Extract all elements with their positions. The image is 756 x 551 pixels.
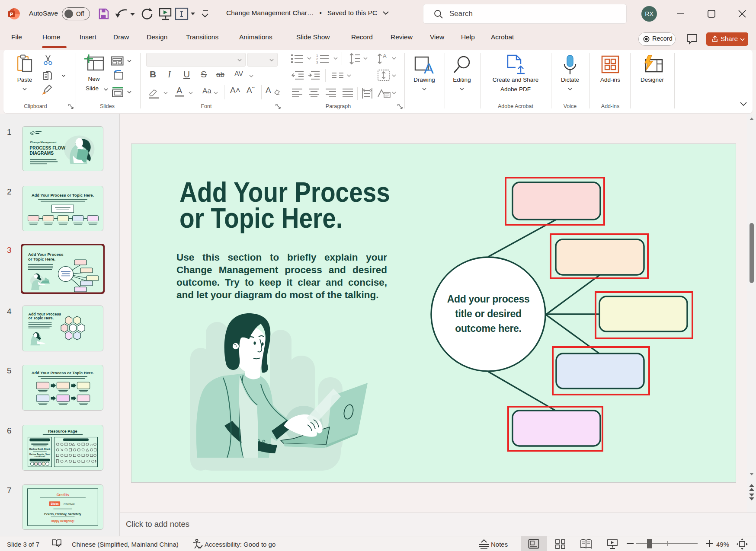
svg-text:Add Your Process: Add Your Process <box>28 252 63 257</box>
svg-text:P: P <box>10 12 13 17</box>
svg-text:Change Management: Change Management <box>30 140 56 143</box>
svg-text:Credits: Credits <box>57 493 69 497</box>
svg-text:3: 3 <box>316 61 318 64</box>
svg-text:condensed: condensed <box>35 455 45 458</box>
svg-text:A: A <box>383 53 387 59</box>
svg-text:or Topic Here.: or Topic Here. <box>29 316 54 320</box>
svg-text:Add Your Process: Add Your Process <box>29 312 61 316</box>
svg-text:Add Your Process or Topic Here: Add Your Process or Topic Here. <box>32 193 94 197</box>
svg-text:A: A <box>424 60 434 74</box>
svg-text:Happy Designing!: Happy Designing! <box>51 519 74 523</box>
svg-text:PROCESS FLOW: PROCESS FLOW <box>30 146 66 150</box>
svg-text:Add your process: Add your process <box>447 293 530 305</box>
svg-text:Slides: Slides <box>51 502 59 505</box>
svg-text:Resource Page: Resource Page <box>48 429 77 433</box>
svg-text:outcome here.: outcome here. <box>455 323 521 334</box>
svg-text:Carnival: Carnival <box>64 503 75 506</box>
svg-text:DIAGRAMS: DIAGRAMS <box>30 151 54 156</box>
svg-text:Barlow Bold, Black: Barlow Bold, Black <box>29 448 51 450</box>
svg-text:Add Your Process or Topic Here: Add Your Process or Topic Here. <box>32 371 94 375</box>
svg-text:title or desired: title or desired <box>455 308 522 319</box>
svg-text:or Topic Here.: or Topic Here. <box>28 257 55 261</box>
svg-text:Pexels, Pixabay, Sketchify: Pexels, Pixabay, Sketchify <box>44 513 81 516</box>
